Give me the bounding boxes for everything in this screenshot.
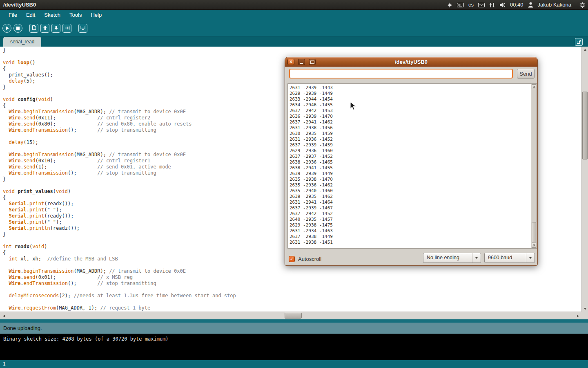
serial-output-line: 2635 -2936 -1462 — [290, 182, 531, 188]
tab-label: serial_read — [10, 39, 34, 45]
autoscroll-label: Autoscroll — [298, 256, 321, 262]
scroll-down-arrow[interactable] — [582, 306, 588, 312]
down-arrow-icon — [54, 25, 58, 32]
keyboard-icon[interactable] — [457, 3, 464, 7]
code-line: Wire.requestFrom(MAG_ADDR, 1); // reques… — [3, 305, 581, 311]
serial-output-line: 2631 -2939 -1443 — [290, 85, 531, 91]
autoscroll-checkbox[interactable] — [289, 256, 295, 262]
serial-output-line: 2638 -2941 -1455 — [290, 165, 531, 171]
chevron-down-icon — [472, 253, 481, 263]
serial-output-line: 2637 -2938 -1449 — [290, 234, 531, 240]
serial-output[interactable]: 2631 -2939 -14432629 -2939 -14492633 -29… — [287, 83, 531, 249]
horizontal-scroll-thumb[interactable] — [285, 313, 302, 319]
maximize-button[interactable] — [309, 59, 316, 65]
clock[interactable]: 00:40 — [510, 0, 523, 10]
send-button[interactable]: Send — [517, 69, 535, 79]
menubar: FileEditSketchToolsHelp — [0, 10, 588, 20]
menu-item-help[interactable]: Help — [86, 10, 106, 20]
editor-vertical-scrollbar[interactable] — [581, 47, 588, 312]
user-icon[interactable] — [528, 2, 533, 8]
console: Binary sketch size: 4208 bytes (of a 307… — [0, 334, 588, 360]
serial-output-line: 2631 -2936 -1452 — [290, 137, 531, 142]
serial-monitor-window: /dev/ttyUSB0 Send 2631 -2939 -14432629 -… — [285, 57, 538, 266]
serial-output-line: 2631 -2938 -1451 — [290, 240, 531, 245]
verify-button[interactable] — [2, 24, 11, 33]
code-line: Wire.send(0x01); // x MSB reg — [3, 274, 581, 280]
window-controls — [287, 59, 316, 65]
menu-item-edit[interactable]: Edit — [22, 10, 40, 20]
serial-monitor-titlebar[interactable]: /dev/ttyUSB0 — [285, 57, 537, 67]
stop-icon — [16, 27, 20, 30]
stop-button[interactable] — [13, 24, 22, 33]
scroll-up-arrow[interactable] — [582, 47, 588, 52]
serial-output-line: 2636 -2939 -1470 — [290, 114, 531, 119]
up-arrow-icon — [43, 25, 47, 32]
close-button[interactable] — [287, 59, 294, 65]
serial-input[interactable] — [289, 69, 513, 79]
code-line — [3, 287, 581, 293]
serial-output-line: 2630 -2935 -1459 — [290, 131, 531, 137]
serial-output-line: 2633 -2944 -1454 — [290, 96, 531, 102]
serial-output-line: 2634 -2946 -1455 — [290, 102, 531, 108]
mail-icon[interactable] — [478, 3, 485, 7]
serial-output-line: 2637 -2939 -1459 — [290, 142, 531, 148]
keyboard-layout-label[interactable]: cs — [468, 0, 474, 10]
panel-indicators: cs 00:40 Jakub Kakona — [447, 0, 586, 10]
chevron-down-icon — [526, 253, 535, 263]
mouse-cursor — [350, 101, 357, 112]
save-button[interactable] — [51, 24, 60, 33]
panel-window-title: /dev/ttyUSB0 — [3, 0, 36, 9]
indicator-icon[interactable] — [447, 2, 452, 8]
serial-output-line: 2637 -2939 -1467 — [290, 205, 531, 211]
send-label: Send — [519, 71, 532, 77]
line-indicator: 1 — [3, 361, 6, 367]
menu-item-sketch[interactable]: Sketch — [40, 10, 65, 20]
serial-scroll-down-arrow[interactable] — [532, 243, 536, 248]
popout-arrow-icon — [577, 38, 581, 46]
serial-scroll-thumb[interactable] — [532, 222, 536, 242]
serial-output-line: 2629 -2939 -1449 — [290, 91, 531, 96]
serial-scrollbar[interactable] — [531, 83, 537, 249]
menu-item-file[interactable]: File — [4, 10, 22, 20]
line-ending-dropdown[interactable]: No line ending — [423, 253, 481, 263]
code-line: Wire.endTransmission(); // stop transmit… — [3, 280, 581, 287]
open-button[interactable] — [40, 24, 49, 33]
upload-icon — [65, 25, 70, 32]
serial-output-line: 2637 -2941 -1462 — [290, 119, 531, 125]
tab-menu-button[interactable] — [575, 38, 583, 46]
new-file-icon — [32, 25, 36, 32]
top-panel: /dev/ttyUSB0 cs 00:40 Jakub Kakona — [0, 0, 588, 10]
sync-arrows-icon[interactable] — [489, 2, 495, 8]
upload-button[interactable] — [62, 24, 71, 33]
serial-output-line: 2629 -2936 -1460 — [290, 148, 531, 154]
serial-monitor-button[interactable] — [78, 24, 87, 33]
vertical-scroll-thumb[interactable] — [582, 92, 588, 159]
gear-icon[interactable] — [579, 2, 586, 8]
serial-output-line: 2631 -2938 -1456 — [290, 125, 531, 131]
scroll-right-arrow[interactable] — [575, 312, 581, 320]
toolbar — [0, 20, 588, 36]
serial-output-line: 2631 -2934 -1463 — [290, 228, 531, 234]
menu-item-tools[interactable]: Tools — [65, 10, 86, 20]
tabbar: serial_read — [0, 36, 588, 47]
volume-icon[interactable] — [499, 2, 506, 8]
console-text: Binary sketch size: 4208 bytes (of a 307… — [3, 336, 585, 342]
serial-scroll-up-arrow[interactable] — [532, 84, 536, 89]
minimize-button[interactable] — [298, 59, 305, 65]
editor-horizontal-scrollbar[interactable] — [0, 312, 581, 319]
baud-dropdown[interactable]: 9600 baud — [484, 253, 535, 263]
code-line — [3, 299, 581, 305]
serial-monitor-options: Autoscroll — [289, 254, 321, 264]
serial-output-line: 2629 -2938 -1475 — [290, 222, 531, 228]
status-separator — [0, 319, 588, 323]
serial-output-line: 2635 -2938 -1470 — [290, 177, 531, 182]
scroll-left-arrow[interactable] — [1, 312, 7, 320]
serial-output-line: 2637 -2942 -1452 — [290, 211, 531, 217]
code-line: delayMicroseconds(2); //needs at least 1… — [3, 293, 581, 299]
serial-output-line: 2637 -2942 -1453 — [290, 108, 531, 114]
serial-output-line: 2639 -2935 -1462 — [290, 194, 531, 200]
tab-serial-read[interactable]: serial_read — [3, 37, 41, 47]
username[interactable]: Jakub Kakona — [538, 0, 571, 10]
code-line: } — [3, 47, 581, 54]
new-sketch-button[interactable] — [29, 24, 38, 33]
